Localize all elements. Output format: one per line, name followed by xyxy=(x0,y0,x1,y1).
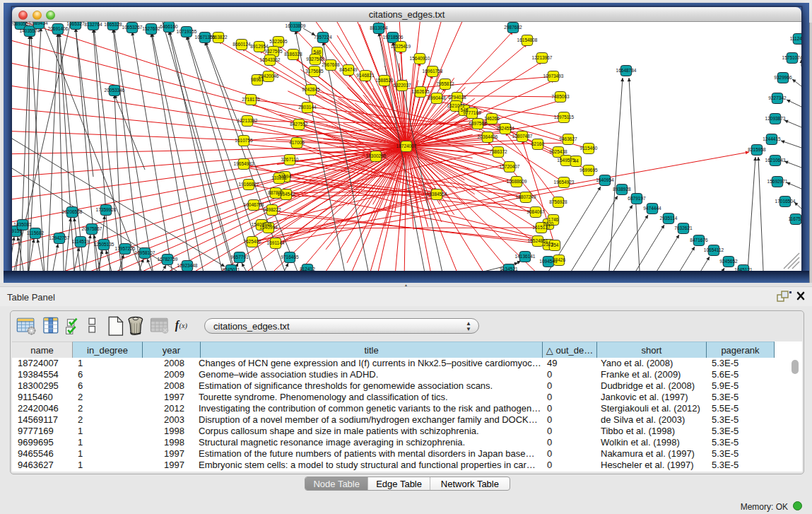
svg-text:9699695: 9699695 xyxy=(579,168,598,173)
svg-text:9025438: 9025438 xyxy=(549,149,567,154)
svg-text:7625402: 7625402 xyxy=(243,239,261,244)
svg-text:8990448: 8990448 xyxy=(428,95,446,100)
svg-text:7357224: 7357224 xyxy=(314,35,332,40)
svg-text:1115682: 1115682 xyxy=(27,230,45,235)
svg-text:2718176: 2718176 xyxy=(242,97,260,102)
svg-text:18724007: 18724007 xyxy=(396,144,417,148)
svg-text:7386372: 7386372 xyxy=(489,149,507,154)
svg-text:16648784: 16648784 xyxy=(616,68,637,73)
svg-text:9777169: 9777169 xyxy=(463,110,481,115)
svg-text:9245652: 9245652 xyxy=(719,259,738,264)
svg-text:14035574: 14035574 xyxy=(20,28,40,33)
svg-text:9242845: 9242845 xyxy=(302,87,320,92)
svg-text:2967608: 2967608 xyxy=(322,62,340,67)
svg-text:14136141: 14136141 xyxy=(515,254,536,259)
svg-text:12213967: 12213967 xyxy=(532,55,553,60)
svg-text:9146821: 9146821 xyxy=(356,73,375,78)
svg-text:10654112: 10654112 xyxy=(704,247,724,252)
svg-text:15720407: 15720407 xyxy=(500,164,520,169)
svg-text:1065328: 1065328 xyxy=(104,22,122,27)
svg-text:1244415: 1244415 xyxy=(763,136,781,141)
svg-text:8427552: 8427552 xyxy=(290,122,308,127)
svg-text:7955812: 7955812 xyxy=(436,81,454,86)
svg-text:9134521: 9134521 xyxy=(500,267,518,271)
svg-text:44: 44 xyxy=(573,158,579,163)
svg-text:19166827: 19166827 xyxy=(239,182,259,187)
svg-text:20975867: 20975867 xyxy=(82,226,102,231)
svg-text:2089434: 2089434 xyxy=(30,22,48,25)
svg-text:3175685: 3175685 xyxy=(305,69,324,74)
svg-text:1045121: 1045121 xyxy=(734,267,753,271)
svg-text:9498222: 9498222 xyxy=(263,207,281,212)
svg-text:6466160: 6466160 xyxy=(160,24,178,29)
svg-text:20053346: 20053346 xyxy=(105,88,125,93)
svg-text:131231: 131231 xyxy=(271,175,287,180)
svg-text:8215958: 8215958 xyxy=(748,147,766,152)
svg-text:1112451: 1112451 xyxy=(790,36,801,41)
svg-text:12975115: 12975115 xyxy=(554,115,575,119)
svg-text:10046768: 10046768 xyxy=(244,202,264,207)
svg-text:7663822: 7663822 xyxy=(209,35,228,40)
svg-text:16154808: 16154808 xyxy=(517,37,538,42)
svg-text:12093873: 12093873 xyxy=(765,116,786,121)
svg-text:417006: 417006 xyxy=(289,140,305,145)
svg-text:1435081: 1435081 xyxy=(13,222,32,227)
svg-text:1610755: 1610755 xyxy=(235,138,253,143)
svg-text:15692971: 15692971 xyxy=(767,179,788,184)
svg-text:19218506: 19218506 xyxy=(383,35,404,40)
svg-text:98961: 98961 xyxy=(251,77,264,82)
svg-text:6794028: 6794028 xyxy=(448,95,466,100)
svg-text:7485063: 7485063 xyxy=(551,94,570,99)
svg-text:3267110: 3267110 xyxy=(281,157,299,162)
svg-text:2935114: 2935114 xyxy=(660,216,678,221)
svg-text:20206558: 20206558 xyxy=(62,209,83,214)
svg-text:16961758: 16961758 xyxy=(423,69,443,74)
svg-text:10688609: 10688609 xyxy=(507,179,527,184)
svg-text:8938928: 8938928 xyxy=(613,187,631,192)
svg-text:39159: 39159 xyxy=(12,228,22,233)
svg-text:8660124: 8660124 xyxy=(233,42,251,47)
svg-text:18300295: 18300295 xyxy=(366,153,387,158)
svg-text:12213382: 12213382 xyxy=(237,118,258,123)
svg-text:10653267: 10653267 xyxy=(122,25,143,30)
svg-text:62160: 62160 xyxy=(531,141,544,146)
svg-text:12942757: 12942757 xyxy=(49,235,70,240)
svg-text:8756928: 8756928 xyxy=(549,199,567,204)
svg-text:20364436: 20364436 xyxy=(478,134,498,139)
svg-text:9474444: 9474444 xyxy=(643,206,661,211)
svg-text:1746: 1746 xyxy=(548,217,559,222)
svg-text:20691406: 20691406 xyxy=(48,26,69,31)
svg-text:6322037: 6322037 xyxy=(393,83,411,88)
svg-text:9463627: 9463627 xyxy=(559,136,577,141)
svg-text:1588520: 1588520 xyxy=(375,78,394,83)
svg-text:15751074: 15751074 xyxy=(782,55,801,60)
svg-text:9329966: 9329966 xyxy=(774,75,792,80)
svg-text:9716465: 9716465 xyxy=(281,255,299,259)
svg-text:1540994: 1540994 xyxy=(259,225,278,230)
svg-text:8454749: 8454749 xyxy=(339,67,358,72)
svg-text:17359928: 17359928 xyxy=(96,207,117,212)
svg-text:8813054: 8813054 xyxy=(370,25,388,30)
svg-text:9227342: 9227342 xyxy=(768,95,787,100)
svg-text:8912954: 8912954 xyxy=(250,44,269,49)
svg-text:17016504: 17016504 xyxy=(775,199,796,204)
svg-text:6897568: 6897568 xyxy=(469,121,487,126)
svg-text:1640954: 1640954 xyxy=(596,177,614,182)
svg-text:1114519: 1114519 xyxy=(72,239,90,244)
svg-text:19654923: 19654923 xyxy=(554,180,575,185)
svg-text:16782759: 16782759 xyxy=(158,257,178,262)
svg-text:116753: 116753 xyxy=(788,216,801,221)
svg-text:12923448: 12923448 xyxy=(177,263,198,268)
svg-text:9327508: 9327508 xyxy=(306,57,324,62)
svg-text:9115460: 9115460 xyxy=(580,146,598,151)
svg-text:18807249: 18807249 xyxy=(516,194,536,199)
svg-text:10973493: 10973493 xyxy=(543,74,564,78)
svg-text:812412: 812412 xyxy=(300,267,315,271)
svg-text:20893557: 20893557 xyxy=(12,22,31,26)
svg-text:8132764: 8132764 xyxy=(84,22,102,27)
svg-text:33426: 33426 xyxy=(553,257,565,262)
svg-text:10719155: 10719155 xyxy=(177,29,197,34)
svg-text:12505135: 12505135 xyxy=(94,242,114,247)
svg-text:254: 254 xyxy=(551,243,559,247)
svg-text:1549575: 1549575 xyxy=(557,158,575,163)
